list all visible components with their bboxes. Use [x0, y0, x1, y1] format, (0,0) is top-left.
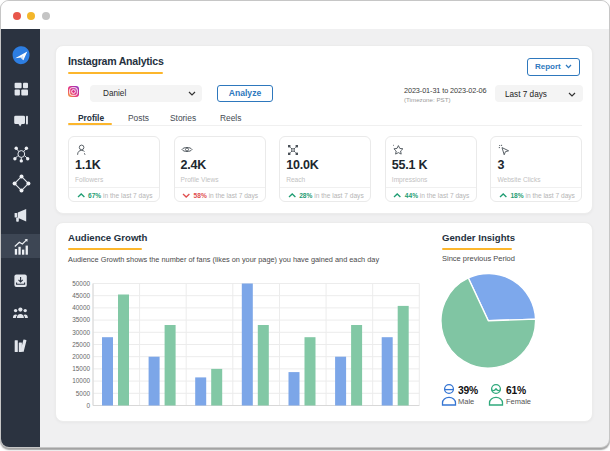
svg-text:20000: 20000 — [72, 353, 90, 360]
svg-text:15000: 15000 — [72, 365, 90, 372]
svg-text:30000: 30000 — [72, 329, 90, 336]
svg-text:0: 0 — [86, 402, 90, 409]
svg-text:25000: 25000 — [72, 341, 90, 348]
svg-text:35000: 35000 — [72, 316, 90, 323]
svg-text:5000: 5000 — [76, 390, 91, 397]
svg-text:45000: 45000 — [72, 292, 90, 299]
svg-text:50000: 50000 — [72, 280, 90, 287]
svg-text:40000: 40000 — [72, 304, 90, 311]
svg-text:10000: 10000 — [72, 377, 90, 384]
